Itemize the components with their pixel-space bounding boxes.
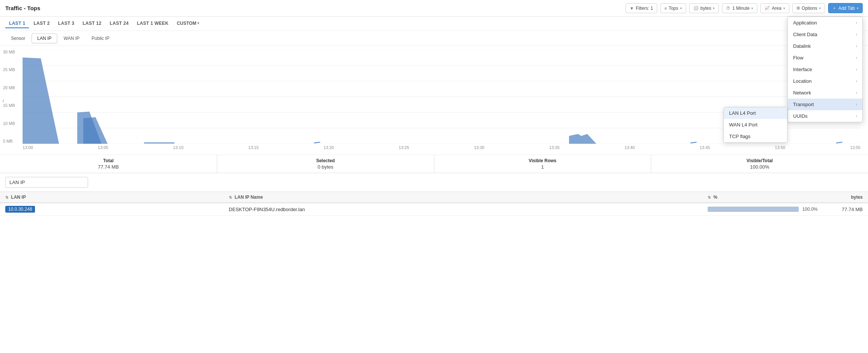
- progress-bar-bg: [708, 207, 799, 212]
- dropdown-item-interface[interactable]: Interface ›: [788, 64, 862, 75]
- search-input[interactable]: [5, 177, 88, 188]
- cell-name: DESKTOP-F9N354U.redborder.lan: [224, 203, 702, 216]
- options-button[interactable]: ⊞ Options ▾: [792, 3, 825, 13]
- sub-tabs: Sensor LAN IP WAN IP Public IP: [0, 31, 868, 46]
- chevron-right-icon: ›: [856, 32, 857, 37]
- grid-icon: ⊞: [796, 6, 800, 11]
- top-controls: ▼ Filters: 1 ≡ Tops ▾ ⬜ bytes ▾ ⏱ 1 Minu…: [626, 3, 863, 13]
- options-caret: ▾: [819, 6, 821, 10]
- clock-icon: ⏱: [726, 6, 730, 11]
- svg-line-12: [314, 142, 320, 143]
- sort-arrows-lan-ip: ⇅: [5, 195, 8, 199]
- sub-dropdown-item-tcp-flags[interactable]: TCP flags: [724, 131, 787, 142]
- chevron-right-icon: ›: [856, 44, 857, 48]
- sub-tab-wan-ip[interactable]: WAN IP: [58, 33, 85, 43]
- add-tab-button[interactable]: ＋ Add Tab ▾: [828, 3, 863, 13]
- time-tab-last1[interactable]: LAST 1: [5, 19, 29, 28]
- tops-icon: ≡: [664, 6, 667, 11]
- ip-badge: 10.0.30.248: [5, 206, 35, 213]
- table-body: 10.0.30.248 DESKTOP-F9N354U.redborder.la…: [0, 203, 868, 216]
- svg-line-14: [836, 142, 842, 143]
- summary-visible-rows: Visible Rows 1: [434, 155, 652, 173]
- time-tab-last24[interactable]: LAST 24: [106, 19, 132, 28]
- cell-bytes: 77.74 MB: [823, 203, 868, 216]
- chart-nav-prev[interactable]: ‹: [0, 96, 7, 104]
- table-header: ⇅ LAN IP ⇅ LAN IP Name ⇅ % bytes: [0, 192, 868, 203]
- search-bar: [0, 173, 868, 192]
- sort-arrows-pct: ⇅: [708, 195, 711, 199]
- chevron-right-icon: ›: [856, 102, 857, 107]
- col-pct[interactable]: ⇅ %: [702, 192, 823, 203]
- sub-tab-lan-ip[interactable]: LAN IP: [32, 33, 57, 43]
- add-tab-caret: ▾: [857, 6, 859, 10]
- filters-button[interactable]: ▼ Filters: 1: [626, 3, 657, 13]
- dropdown-item-application[interactable]: Application ›: [788, 17, 862, 29]
- interval-button[interactable]: ⏱ 1 Minute ▾: [722, 3, 757, 13]
- area-icon: 📈: [764, 6, 770, 11]
- page-title: Traffic - Tops: [5, 5, 40, 11]
- progress-bar-cell: 100.0%: [708, 207, 818, 212]
- dropdown-item-location[interactable]: Location ›: [788, 75, 862, 87]
- col-lan-ip-name[interactable]: ⇅ LAN IP Name: [224, 192, 702, 203]
- bytes-button[interactable]: ⬜ bytes ▾: [689, 3, 719, 13]
- col-bytes[interactable]: bytes: [823, 192, 868, 203]
- chevron-right-icon: ›: [856, 67, 857, 72]
- sort-arrows-lan-ip-name: ⇅: [229, 195, 232, 199]
- chevron-right-icon: ›: [856, 79, 857, 83]
- svg-marker-10: [569, 134, 597, 144]
- time-tab-last2[interactable]: LAST 2: [30, 19, 53, 28]
- bytes-icon: ⬜: [693, 6, 699, 11]
- summary-selected: Selected 0 bytes: [217, 155, 434, 173]
- table-row[interactable]: 10.0.30.248 DESKTOP-F9N354U.redborder.la…: [0, 203, 868, 216]
- main-dropdown: Application › Client Data › Datalink › F…: [787, 17, 863, 122]
- custom-caret: ▾: [197, 21, 199, 25]
- add-tab-icon: ＋: [832, 5, 836, 11]
- chevron-right-icon: ›: [856, 21, 857, 25]
- time-tabs: LAST 1 LAST 2 LAST 3 LAST 12 LAST 24 LAS…: [0, 17, 868, 31]
- time-tab-custom[interactable]: CUSTOM ▾: [173, 19, 203, 28]
- time-tab-last1week[interactable]: LAST 1 WEEK: [133, 19, 172, 28]
- sub-tab-public-ip[interactable]: Public IP: [86, 33, 115, 43]
- cell-pct: 100.0%: [702, 203, 823, 216]
- progress-pct: 100.0%: [802, 207, 818, 212]
- chart-x-labels: 13:00 13:05 13:10 13:15 13:20 13:25 13:3…: [23, 144, 860, 151]
- chevron-right-icon: ›: [856, 91, 857, 95]
- area-caret: ▾: [783, 6, 785, 10]
- area-button[interactable]: 📈 Area ▾: [760, 3, 789, 13]
- dropdown-item-flow[interactable]: Flow ›: [788, 52, 862, 64]
- svg-marker-9: [83, 117, 108, 144]
- summary-total: Total 77.74 MB: [0, 155, 217, 173]
- sub-dropdown-item-wan-l4-port[interactable]: WAN L4 Port: [724, 119, 787, 131]
- sub-dropdown-item-lan-l4-port[interactable]: LAN L4 Port: [724, 107, 787, 119]
- svg-line-13: [690, 142, 696, 143]
- data-table: ⇅ LAN IP ⇅ LAN IP Name ⇅ % bytes 10.0.30…: [0, 192, 868, 216]
- chevron-right-icon: ›: [856, 56, 857, 60]
- dropdown-item-uuids[interactable]: UUIDs ›: [788, 110, 862, 122]
- top-bar: Traffic - Tops ▼ Filters: 1 ≡ Tops ▾ ⬜ b…: [0, 0, 868, 17]
- filter-icon: ▼: [630, 6, 634, 11]
- svg-marker-7: [23, 58, 59, 144]
- dropdown-item-datalink[interactable]: Datalink ›: [788, 40, 862, 52]
- sub-tab-sensor[interactable]: Sensor: [5, 33, 31, 43]
- dropdown-item-client-data[interactable]: Client Data ›: [788, 29, 862, 40]
- dropdown-item-transport[interactable]: Transport ›: [788, 99, 862, 110]
- dropdown-item-network[interactable]: Network ›: [788, 87, 862, 99]
- progress-bar-fill: [708, 207, 799, 212]
- sub-dropdown-transport: LAN L4 Port WAN L4 Port TCP flags: [723, 107, 787, 143]
- tops-button[interactable]: ≡ Tops ▾: [660, 3, 686, 13]
- tops-caret: ▾: [680, 6, 682, 10]
- chevron-right-icon: ›: [856, 114, 857, 118]
- col-lan-ip[interactable]: ⇅ LAN IP: [0, 192, 224, 203]
- cell-ip: 10.0.30.248: [0, 203, 224, 216]
- bytes-caret: ▾: [713, 6, 715, 10]
- time-tab-last3[interactable]: LAST 3: [54, 19, 78, 28]
- interval-caret: ▾: [751, 6, 753, 10]
- summary-row: Total 77.74 MB Selected 0 bytes Visible …: [0, 155, 868, 173]
- summary-visible-total: Visible/Total 100.00%: [651, 155, 868, 173]
- time-tab-last12[interactable]: LAST 12: [79, 19, 105, 28]
